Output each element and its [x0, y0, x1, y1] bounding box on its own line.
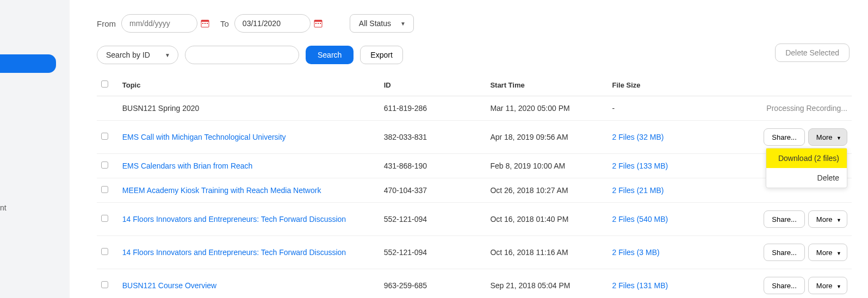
row-start-time: Apr 18, 2019 09:56 AM — [486, 121, 607, 154]
row-file-size[interactable]: 2 Files (21 MB) — [612, 186, 664, 195]
calendar-icon[interactable] — [201, 19, 209, 28]
col-header-size: File Size — [608, 74, 730, 96]
svg-rect-2 — [202, 23, 203, 24]
to-date-input[interactable] — [234, 14, 311, 33]
search-by-select[interactable]: Search by ID ▼ — [97, 46, 178, 64]
row-id: 552-121-094 — [380, 236, 486, 269]
row-id: 963-259-685 — [380, 269, 486, 299]
table-row: 14 Floors Innovators and Entrepreneurs: … — [97, 236, 852, 269]
delete-selected-button[interactable]: Delete Selected — [775, 44, 850, 62]
table-row: EMS Call with Michigan Technological Uni… — [97, 121, 852, 154]
select-all-checkbox[interactable] — [101, 80, 108, 88]
dropdown-download[interactable]: Download (2 files) — [766, 148, 847, 168]
export-button[interactable]: Export — [360, 46, 402, 64]
search-input-wrap — [185, 46, 299, 64]
row-checkbox[interactable] — [101, 186, 108, 193]
row-start-time: Feb 8, 2019 10:00 AM — [486, 154, 607, 178]
row-start-time: Oct 26, 2018 10:27 AM — [486, 178, 607, 203]
row-status: Processing Recording... — [766, 104, 847, 113]
svg-rect-3 — [204, 23, 206, 24]
row-checkbox[interactable] — [101, 248, 108, 255]
svg-rect-1 — [201, 20, 209, 22]
table-row: BUSN121 Spring 2020611-819-286Mar 11, 20… — [97, 96, 852, 121]
row-topic[interactable]: BUSN121 Course Overview — [122, 281, 217, 290]
row-start-time: Oct 16, 2018 01:40 PM — [486, 203, 607, 236]
table-row: BUSN121 Course Overview963-259-685Sep 21… — [97, 269, 852, 299]
more-button[interactable]: More ▼ — [808, 244, 847, 261]
row-file-size[interactable]: 2 Files (131 MB) — [612, 281, 668, 290]
more-button[interactable]: More ▼ — [808, 128, 847, 146]
chevron-down-icon: ▼ — [836, 218, 841, 223]
row-checkbox[interactable] — [101, 215, 108, 222]
row-start-time: Oct 16, 2018 11:16 AM — [486, 236, 607, 269]
row-id: 382-033-831 — [380, 121, 486, 154]
row-file-size[interactable]: 2 Files (3 MB) — [612, 248, 660, 257]
more-button[interactable]: More ▼ — [808, 277, 847, 294]
svg-rect-9 — [320, 23, 321, 24]
dropdown-delete[interactable]: Delete — [766, 168, 847, 188]
sidebar-item-truncated[interactable]: nt — [0, 203, 11, 212]
svg-rect-8 — [318, 23, 319, 24]
row-topic: BUSN121 Spring 2020 — [122, 104, 200, 113]
row-checkbox[interactable] — [101, 281, 108, 288]
search-by-value: Search by ID — [106, 51, 150, 59]
row-id: 611-819-286 — [380, 96, 486, 121]
from-date-input[interactable] — [121, 14, 197, 33]
svg-rect-7 — [315, 23, 317, 24]
share-button[interactable]: Share... — [764, 128, 805, 146]
table-row: 14 Floors Innovators and Entrepreneurs: … — [97, 203, 852, 236]
from-label: From — [97, 19, 116, 28]
col-header-start: Start Time — [486, 74, 607, 96]
row-file-size: - — [612, 104, 615, 113]
sidebar: nt — [0, 0, 70, 298]
status-select-value: All Status — [359, 19, 391, 28]
status-select[interactable]: All Status ▼ — [350, 14, 414, 33]
svg-rect-6 — [314, 20, 322, 22]
row-checkbox[interactable] — [101, 133, 108, 140]
row-topic[interactable]: 14 Floors Innovators and Entrepreneurs: … — [122, 215, 346, 223]
sidebar-active-item[interactable] — [0, 54, 56, 73]
share-button[interactable]: Share... — [764, 277, 805, 294]
table-row: MEEM Academy Kiosk Training with Reach M… — [97, 178, 852, 203]
more-button[interactable]: More ▼ — [808, 210, 847, 228]
search-button[interactable]: Search — [306, 46, 354, 64]
search-input[interactable] — [197, 51, 293, 59]
svg-rect-4 — [207, 23, 208, 24]
col-header-topic: Topic — [118, 74, 380, 96]
chevron-down-icon: ▼ — [836, 251, 841, 256]
row-start-time: Sep 21, 2018 05:04 PM — [486, 269, 607, 299]
row-file-size[interactable]: 2 Files (133 MB) — [612, 162, 668, 170]
to-label: To — [220, 19, 229, 28]
row-topic[interactable]: MEEM Academy Kiosk Training with Reach M… — [122, 186, 321, 195]
row-checkbox[interactable] — [101, 162, 108, 169]
row-topic[interactable]: 14 Floors Innovators and Entrepreneurs: … — [122, 248, 346, 257]
row-start-time: Mar 11, 2020 05:00 PM — [486, 96, 607, 121]
row-topic[interactable]: EMS Call with Michigan Technological Uni… — [122, 133, 286, 141]
row-id: 470-104-337 — [380, 178, 486, 203]
share-button[interactable]: Share... — [764, 210, 805, 228]
recordings-table: Topic ID Start Time File Size BUSN121 Sp… — [97, 74, 852, 298]
more-dropdown: Download (2 files)Delete — [766, 148, 847, 188]
chevron-down-icon: ▼ — [836, 135, 841, 141]
calendar-icon[interactable] — [314, 19, 323, 28]
row-id: 552-121-094 — [380, 203, 486, 236]
chevron-down-icon: ▼ — [165, 52, 170, 58]
share-button[interactable]: Share... — [764, 244, 805, 261]
row-file-size[interactable]: 2 Files (32 MB) — [612, 133, 664, 141]
row-file-size[interactable]: 2 Files (540 MB) — [612, 215, 668, 223]
row-id: 431-868-190 — [380, 154, 486, 178]
chevron-down-icon: ▼ — [836, 284, 841, 289]
chevron-down-icon: ▼ — [400, 21, 406, 27]
table-row: EMS Calendars with Brian from Reach431-8… — [97, 154, 852, 178]
col-header-id: ID — [380, 74, 486, 96]
row-topic[interactable]: EMS Calendars with Brian from Reach — [122, 162, 253, 170]
